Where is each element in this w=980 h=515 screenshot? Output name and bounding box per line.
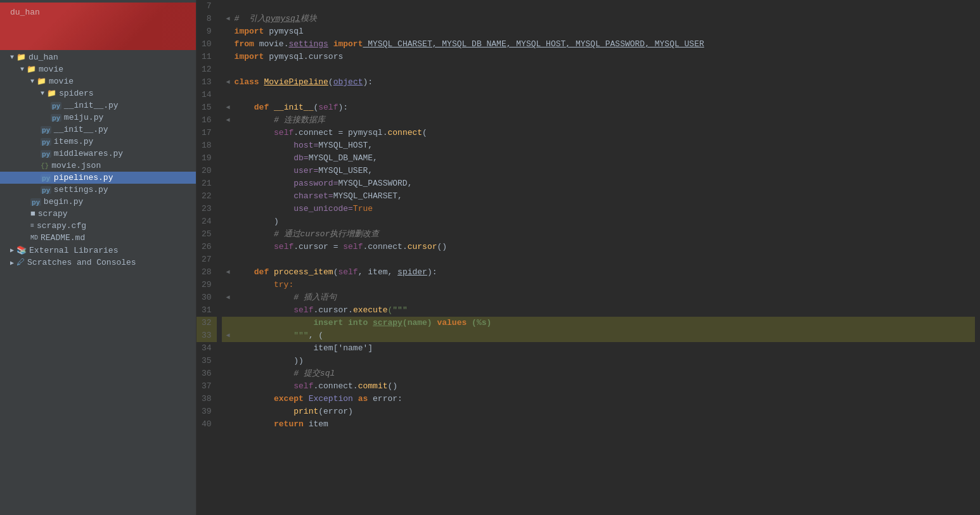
sidebar-item-scrapy-cfg[interactable]: ≡scrapy.cfg <box>0 220 196 232</box>
code-token: # 连接数据库 <box>235 114 325 127</box>
code-token: .cursor. <box>313 304 352 317</box>
code-line-28: ◀ def process_item(self, item, spider): <box>222 266 975 279</box>
code-token: connect <box>387 127 422 139</box>
code-token: ) <box>235 215 279 228</box>
sidebar-item-movie-json[interactable]: {}movie.json <box>0 160 196 172</box>
scratches-icon-scratches: 🖊 <box>16 258 25 267</box>
py-icon-settings-py: py <box>41 186 51 194</box>
sidebar-item-movie-sub-folder[interactable]: ▼📁movie <box>0 75 196 87</box>
code-token: () <box>437 241 448 253</box>
code-token: MoviePipeline <box>264 76 328 89</box>
tree-label-scratches: Scratches and Consoles <box>27 258 136 267</box>
code-token: except <box>235 393 304 405</box>
code-token: insert into <box>235 317 373 329</box>
tree-label-pipelines-py: pipelines.py <box>54 173 113 182</box>
code-token: settings <box>288 38 328 51</box>
py-icon-items-py: py <box>41 138 51 146</box>
sidebar-item-meiju-spider[interactable]: pymeiju.py <box>0 111 196 124</box>
sidebar-item-spiders-folder[interactable]: ▼📁spiders <box>0 87 196 99</box>
code-line-36: # 提交sql <box>222 367 975 380</box>
code-token: MYSQL_PASSWORD <box>338 177 407 190</box>
code-token: self <box>293 380 313 393</box>
sidebar-item-readme-md[interactable]: MDREADME.md <box>0 232 196 244</box>
code-token: pymysql <box>266 13 300 25</box>
sidebar-item-init-spider[interactable]: py__init__.py <box>0 99 196 111</box>
tree-arrow-duhan-folder[interactable]: ▼ <box>10 54 14 61</box>
code-token: pymysql <box>264 25 303 38</box>
fold-btn-8[interactable]: ◀ <box>222 13 235 25</box>
tree-arrow-movie-folder[interactable]: ▼ <box>20 66 24 73</box>
code-line-27 <box>222 253 975 266</box>
sidebar-item-movie-folder[interactable]: ▼📁movie <box>0 63 196 75</box>
fold-btn-28[interactable]: ◀ <box>222 266 235 279</box>
folder-icon-spiders-folder: 📁 <box>47 89 56 98</box>
line-number-35: 35 <box>197 355 217 367</box>
code-token: object <box>333 76 363 89</box>
sidebar-item-duhan-folder[interactable]: ▼📁du_han <box>0 51 196 63</box>
tree-label-init-py: __init__.py <box>54 125 108 134</box>
code-token: .connect. <box>363 241 407 253</box>
code-token: from <box>235 38 254 51</box>
code-line-14 <box>222 89 975 101</box>
line-number-32: 32 <box>197 317 217 329</box>
tree-label-scrapy-cfg: scrapy.cfg <box>37 221 86 231</box>
line-number-37: 37 <box>197 380 217 393</box>
line-number-28: 28 <box>197 266 217 279</box>
tree-label-movie-folder: movie <box>39 65 63 74</box>
code-token <box>235 127 274 139</box>
tree-label-movie-sub-folder: movie <box>49 77 74 86</box>
editor-panel: 7891011121314151617181920212223242526272… <box>197 0 980 515</box>
code-token: db= <box>235 152 309 165</box>
code-area: ◀# 引入pymysql模块import pymysqlfrom movie.s… <box>217 0 980 515</box>
code-token: , <box>368 139 373 152</box>
tree-arrow-spiders-folder[interactable]: ▼ <box>41 90 44 97</box>
sidebar-item-scratches[interactable]: ▶🖊Scratches and Consoles <box>0 257 196 269</box>
sidebar-item-items-py[interactable]: pyitems.py <box>0 136 196 148</box>
code-token: cursor <box>408 241 437 253</box>
line-number-18: 18 <box>197 139 217 152</box>
sidebar-item-external-libs[interactable]: ▶📚External Libraries <box>0 244 196 257</box>
sidebar-item-scrapy[interactable]: ■scrapy <box>0 208 196 220</box>
tree-arrow-movie-sub-folder[interactable]: ▼ <box>30 78 34 85</box>
fold-btn-30[interactable]: ◀ <box>222 291 235 304</box>
fold-btn-33[interactable]: ◀ <box>222 329 235 342</box>
code-token: __init__ <box>274 101 313 114</box>
tree-arrow-external-libs[interactable]: ▶ <box>10 246 14 254</box>
tree-label-items-py: items.py <box>54 137 93 146</box>
tree-arrow-scratches[interactable]: ▶ <box>10 259 14 267</box>
sidebar-item-pipelines-py[interactable]: pypipelines.py <box>0 172 196 184</box>
code-token: movie. <box>254 38 289 51</box>
code-token: self <box>274 127 293 139</box>
code-token: scrapy <box>373 317 403 329</box>
sidebar-item-begin-py[interactable]: pybegin.py <box>0 196 196 208</box>
sidebar: du_han ▼📁du_han▼📁movie▼📁movie▼📁spiderspy… <box>0 0 197 515</box>
code-token: , <box>397 190 403 203</box>
py-icon-init-py: py <box>41 126 51 134</box>
code-line-17: self.connect = pymysql.connect( <box>222 127 975 139</box>
sidebar-item-middlewares-py[interactable]: pymiddlewares.py <box>0 148 196 160</box>
fold-btn-15[interactable]: ◀ <box>222 101 235 114</box>
sidebar-item-init-py[interactable]: py__init__.py <box>0 124 196 136</box>
code-token: MYSQL_DB_NAME <box>309 152 373 165</box>
line-number-34: 34 <box>197 342 217 355</box>
code-token: MYSQL_CHARSET, MYSQL_DB_NAME, MYSQL_HOST… <box>363 38 704 51</box>
code-token <box>235 241 274 253</box>
tree-label-middlewares-py: middlewares.py <box>54 149 123 158</box>
tree-label-scrapy: scrapy <box>38 209 68 219</box>
code-token: MYSQL_HOST <box>318 139 368 152</box>
code-line-7 <box>222 0 975 13</box>
line-number-38: 38 <box>197 393 217 405</box>
tree-label-duhan-folder: du_han <box>29 53 58 62</box>
fold-btn-13[interactable]: ◀ <box>222 76 235 89</box>
fold-btn-16[interactable]: ◀ <box>222 114 235 127</box>
sidebar-item-settings-py[interactable]: pysettings.py <box>0 184 196 196</box>
code-token: self <box>274 241 293 253</box>
code-token: user= <box>235 165 319 177</box>
code-token: execute <box>353 304 388 317</box>
code-token: True <box>353 203 373 215</box>
line-number-22: 22 <box>197 190 217 203</box>
code-token: .connect. <box>313 380 358 393</box>
code-token: host= <box>235 139 319 152</box>
code-token: import <box>235 25 264 38</box>
code-token <box>259 76 264 89</box>
